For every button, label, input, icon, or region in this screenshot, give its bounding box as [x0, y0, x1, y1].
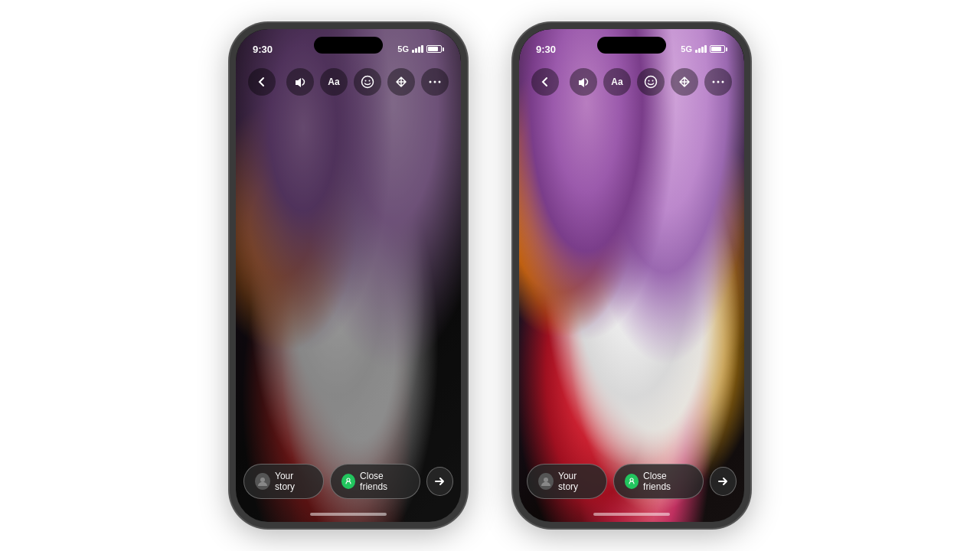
signal-bars-left — [412, 45, 423, 53]
svg-point-6 — [260, 478, 265, 482]
phone-left-screen: 9:30 5G — [236, 29, 461, 522]
back-button-right[interactable] — [531, 68, 559, 96]
your-story-avatar-right — [538, 473, 554, 490]
home-indicator-left — [310, 513, 387, 516]
close-friends-button-left[interactable]: Close friends — [330, 464, 420, 499]
status-icons-right: 5G — [681, 44, 727, 54]
flower-background-left — [236, 29, 461, 522]
more-button-right[interactable] — [704, 68, 732, 96]
close-friends-icon-left — [341, 474, 355, 489]
send-button-right[interactable] — [710, 467, 737, 496]
move-button-left[interactable] — [387, 68, 415, 96]
toolbar-actions-right: Aa — [570, 68, 732, 96]
toolbar-left: Aa — [236, 63, 461, 101]
svg-point-12 — [722, 81, 724, 83]
your-story-avatar-left — [255, 473, 270, 490]
sound-button-left[interactable] — [286, 68, 314, 96]
close-friends-button-right[interactable]: Close friends — [613, 464, 704, 499]
close-friends-icon-right — [625, 474, 639, 489]
svg-point-8 — [648, 80, 650, 82]
bottom-bar-left: Your story Close friends — [236, 464, 461, 499]
toolbar-right-left: Aa — [286, 68, 449, 96]
text-button-left[interactable]: Aa — [320, 68, 348, 96]
svg-point-11 — [717, 81, 720, 83]
svg-point-7 — [645, 77, 657, 88]
text-label-left: Aa — [328, 77, 339, 87]
sticker-button-right[interactable] — [637, 68, 665, 96]
your-story-label-right: Your story — [558, 471, 596, 492]
svg-point-1 — [365, 80, 367, 82]
back-button-left[interactable] — [248, 68, 276, 96]
more-button-left[interactable] — [421, 68, 449, 96]
svg-point-9 — [652, 80, 654, 82]
move-button-right[interactable] — [671, 68, 698, 96]
battery-left — [426, 45, 444, 53]
svg-point-0 — [362, 77, 374, 88]
svg-point-10 — [713, 81, 715, 83]
close-friends-label-right: Close friends — [643, 471, 692, 492]
svg-point-2 — [369, 80, 371, 82]
phone-right-frame: 9:30 5G — [513, 23, 750, 528]
close-friends-label-left: Close friends — [360, 471, 409, 492]
signal-bars-right — [695, 45, 707, 53]
sound-button-right[interactable] — [570, 68, 597, 96]
status-bar-right: 9:30 5G — [519, 29, 744, 63]
phone-left: 9:30 5G — [230, 23, 467, 528]
signal-type-right: 5G — [681, 44, 692, 54]
status-time-right: 9:30 — [536, 44, 556, 55]
your-story-button-right[interactable]: Your story — [527, 464, 607, 499]
status-icons-left: 5G — [397, 44, 444, 54]
svg-point-13 — [544, 478, 548, 482]
your-story-label-left: Your story — [275, 471, 312, 492]
svg-point-3 — [430, 81, 432, 83]
phone-right-screen: 9:30 5G — [519, 29, 744, 522]
flower-background-right — [519, 29, 744, 522]
home-indicator-right — [593, 513, 670, 516]
phone-right: 9:30 5G — [513, 23, 750, 528]
status-time-left: 9:30 — [253, 44, 273, 55]
phone-left-frame: 9:30 5G — [230, 23, 467, 528]
send-button-left[interactable] — [426, 467, 453, 496]
bottom-bar-right: Your story Close friends — [519, 464, 744, 499]
battery-right — [710, 45, 727, 53]
sticker-button-left[interactable] — [354, 68, 381, 96]
status-bar-left: 9:30 5G — [236, 29, 461, 63]
text-label-right: Aa — [611, 77, 622, 87]
toolbar-right: Aa — [519, 63, 744, 101]
signal-type-left: 5G — [397, 44, 409, 54]
svg-point-5 — [439, 81, 441, 83]
your-story-button-left[interactable]: Your story — [243, 464, 324, 499]
text-button-right[interactable]: Aa — [603, 68, 631, 96]
svg-point-4 — [434, 81, 436, 83]
